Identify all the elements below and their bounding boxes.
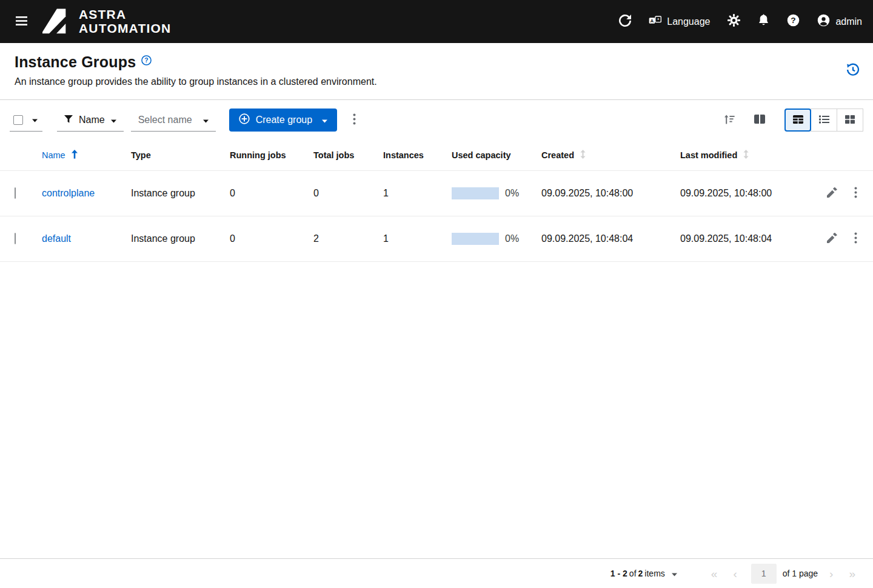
next-page-button[interactable]: › [821,568,841,580]
filter-icon [64,115,73,125]
language-icon: A * [649,16,661,28]
used-capacity-cell: 0% [452,233,522,245]
pencil-icon [827,187,837,199]
created-cell: 09.09.2025, 10:48:00 [532,170,671,216]
help-button[interactable]: ? [787,14,800,29]
question-circle-icon: ? [787,14,800,29]
total-jobs-cell: 0 [304,170,373,216]
row-checkbox[interactable] [15,233,16,244]
question-circle-outline-icon: ? [141,58,152,67]
instances-cell: 1 [373,170,442,216]
activity-stream-button[interactable] [846,63,860,78]
view-cards-button[interactable] [837,109,863,132]
table-row: controlplane Instance group 0 0 1 0% 09.… [0,170,873,216]
svg-text:?: ? [145,57,149,64]
items-total: 2 [638,569,643,578]
last-page-button[interactable]: » [841,568,863,580]
table-header-row: Name Type Running jobs Total jobs Instan… [0,140,873,170]
brand-logo[interactable]: ASTRA AUTOMATION [42,5,171,38]
per-page-dropdown[interactable]: 1 - 2 of 2 items [610,569,679,578]
modified-cell: 09.09.2025, 10:48:04 [671,216,800,261]
running-jobs-cell: 0 [220,216,304,261]
filter-value-placeholder: Select name [138,115,192,125]
refresh-icon [619,15,631,29]
header-checkbox-cell [0,140,32,170]
pencil-icon [827,233,837,245]
total-jobs-cell: 2 [304,216,373,261]
page-header: Instance Groups ? An instance group prov… [0,43,873,100]
sortable-arrows-icon [743,150,749,161]
capacity-progress-bar [452,187,499,199]
capacity-progress-bar [452,233,499,245]
view-toggle-group [784,109,863,132]
table-view-icon [793,115,803,125]
instances-cell: 1 [373,216,442,261]
create-group-label: Create group [256,115,312,125]
user-menu-button[interactable]: admin [817,14,862,29]
settings-button[interactable] [728,14,740,29]
instance-group-link[interactable]: default [42,233,71,244]
hamburger-icon [16,16,27,27]
row-kebab-button[interactable] [854,232,857,246]
language-label: Language [667,16,710,27]
modified-cell: 09.09.2025, 10:48:00 [671,170,800,216]
column-header-running-jobs: Running jobs [220,140,304,170]
kebab-icon [854,232,857,246]
select-all-checkbox[interactable] [13,115,23,125]
view-table-button[interactable] [784,109,811,132]
svg-text:*: * [657,16,659,22]
edit-button[interactable] [827,187,837,199]
create-group-button[interactable]: Create group [229,109,337,132]
row-checkbox[interactable] [15,187,16,199]
first-page-button[interactable]: « [703,568,726,580]
toolbar: Name Select name Create group [0,100,873,140]
caret-down-icon [32,115,38,124]
filter-key-label: Name [79,115,105,125]
row-kebab-button[interactable] [854,187,857,200]
previous-page-button[interactable]: ‹ [725,568,744,580]
current-page-input[interactable] [751,564,777,584]
items-of-word: of [629,569,637,578]
used-capacity-cell: 0% [452,187,522,199]
nav-toggle-button[interactable] [0,0,42,43]
type-cell: Instance group [121,170,220,216]
history-icon [846,69,860,78]
page-title: Instance Groups [15,53,136,71]
cards-view-icon [845,115,855,125]
svg-text:A: A [651,18,654,23]
column-header-used-capacity: Used capacity [442,140,532,170]
user-label: admin [835,16,862,27]
page-of-label: of 1 page [783,569,818,578]
language-button[interactable]: A * Language [649,16,710,28]
edit-button[interactable] [827,233,837,245]
kebab-icon [854,187,857,200]
table-row: default Instance group 0 2 1 0% 09.09.20… [0,216,873,261]
column-header-last-modified[interactable]: Last modified [671,140,800,170]
pagination-bar: 1 - 2 of 2 items « ‹ of 1 page › » [0,559,873,588]
notifications-button[interactable] [758,14,769,29]
type-cell: Instance group [121,216,220,261]
column-header-total-jobs: Total jobs [304,140,373,170]
list-view-icon [819,115,829,125]
items-range: 1 - 2 [610,569,627,578]
refresh-button[interactable] [619,15,631,29]
bulk-select-dropdown[interactable] [10,109,42,132]
masthead: ASTRA AUTOMATION A * Language [0,0,873,43]
manage-columns-button[interactable] [754,115,765,125]
page-help-button[interactable]: ? [141,55,152,67]
toolbar-kebab-button[interactable] [353,113,356,127]
sort-button[interactable] [724,115,735,126]
column-header-instances: Instances [373,140,442,170]
column-header-created[interactable]: Created [532,140,671,170]
view-list-button[interactable] [811,109,837,132]
instance-groups-table: Name Type Running jobs Total jobs Instan… [0,140,873,559]
brand-text: ASTRA AUTOMATION [79,8,171,35]
created-cell: 09.09.2025, 10:48:04 [532,216,671,261]
filter-value-select[interactable]: Select name [131,109,216,132]
brand-mark-icon [42,5,70,38]
sortable-arrows-icon [580,150,586,161]
instance-group-link[interactable]: controlplane [42,188,95,198]
filter-key-dropdown[interactable]: Name [57,109,124,132]
bell-icon [758,14,769,29]
column-header-name[interactable]: Name [32,140,121,170]
